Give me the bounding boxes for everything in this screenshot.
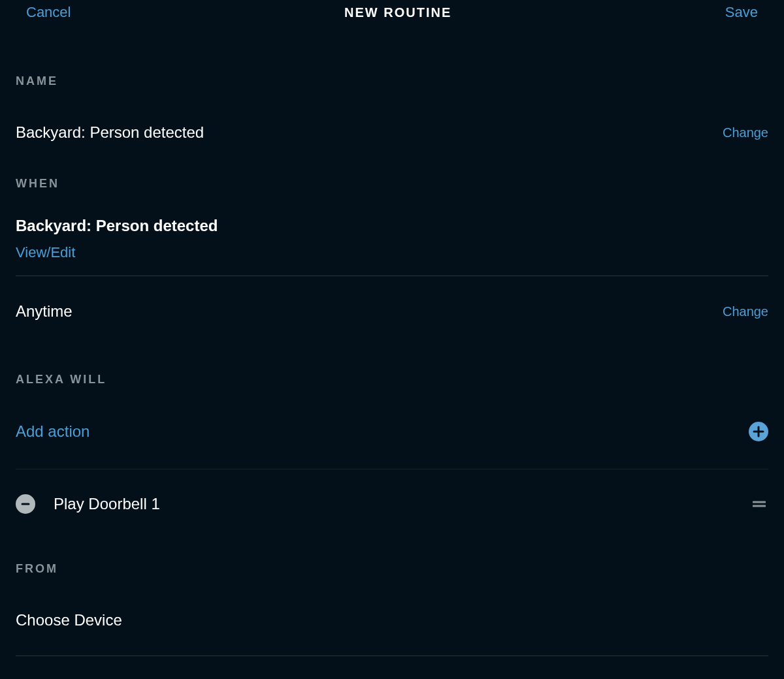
add-action-label: Add action [16,422,90,441]
routine-name-value: Backyard: Person detected [16,123,204,142]
view-edit-link[interactable]: View/Edit [16,244,75,261]
change-name-link[interactable]: Change [723,125,768,140]
choose-device-row[interactable]: Choose Device [16,611,768,629]
alexa-will-section-label: ALEXA WILL [16,373,768,387]
add-action-row[interactable]: Add action [16,422,768,441]
remove-action-icon[interactable] [16,494,35,514]
divider [16,276,768,276]
divider [16,655,768,656]
when-section-label: WHEN [16,177,768,191]
name-row[interactable]: Backyard: Person detected Change [16,123,768,142]
action-item-left: Play Doorbell 1 [16,494,160,514]
cancel-button[interactable]: Cancel [26,4,71,21]
drag-handle-icon[interactable] [753,499,768,509]
name-section-label: NAME [16,74,768,88]
when-time-row[interactable]: Anytime Change [16,302,768,321]
divider [16,469,768,469]
from-section-label: FROM [16,562,768,576]
action-label: Play Doorbell 1 [54,495,160,513]
header-bar: Cancel NEW ROUTINE Save [0,0,784,24]
page-title: NEW ROUTINE [344,5,451,20]
action-item[interactable]: Play Doorbell 1 [16,494,768,514]
when-time-value: Anytime [16,302,73,321]
change-time-link[interactable]: Change [723,304,768,319]
when-trigger-value: Backyard: Person detected [16,217,768,235]
plus-icon[interactable] [749,422,768,441]
save-button[interactable]: Save [725,4,758,21]
